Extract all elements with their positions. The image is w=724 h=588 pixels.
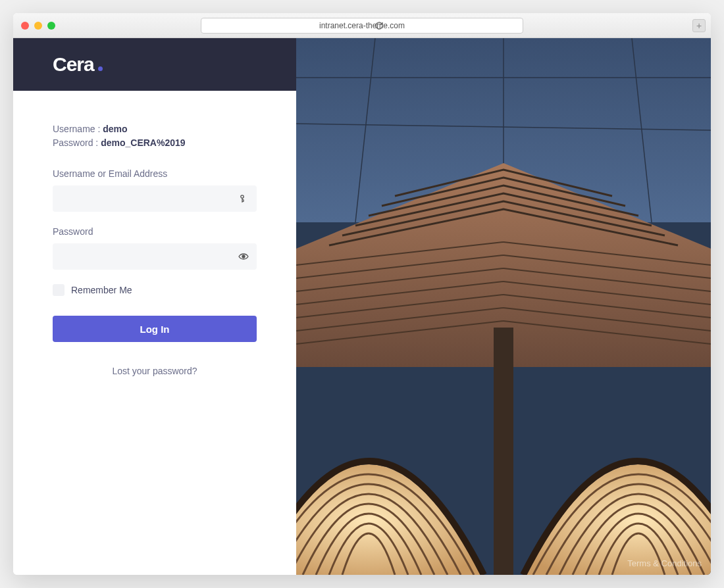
logo: Cera xyxy=(53,53,103,76)
logo-text: Cera xyxy=(53,53,94,75)
remember-me-label: Remember Me xyxy=(71,285,132,295)
login-panel: Cera Username : demo Password : demo_CER… xyxy=(13,38,296,575)
logo-header: Cera xyxy=(13,38,296,91)
eye-icon[interactable] xyxy=(238,251,249,262)
minimize-window-button[interactable] xyxy=(34,22,42,30)
maximize-window-button[interactable] xyxy=(47,22,55,30)
password-label: Password xyxy=(53,226,257,237)
password-input-wrap xyxy=(53,243,257,270)
terms-link[interactable]: Terms & Conditions xyxy=(627,558,702,568)
svg-point-0 xyxy=(241,195,244,198)
close-window-button[interactable] xyxy=(21,22,29,30)
window-controls xyxy=(21,22,55,30)
key-icon[interactable] xyxy=(238,193,249,204)
address-bar[interactable]: intranet.cera-theme.com xyxy=(201,18,523,34)
remember-me-checkbox[interactable] xyxy=(53,284,65,296)
logo-dot-icon xyxy=(98,66,103,71)
username-label: Username or Email Address xyxy=(53,168,257,179)
password-input[interactable] xyxy=(53,243,257,270)
hero-image: Terms & Conditions xyxy=(296,38,711,575)
reload-icon[interactable] xyxy=(374,20,384,31)
demo-credentials: Username : demo Password : demo_CERA%201… xyxy=(53,122,257,150)
username-input[interactable] xyxy=(53,185,257,212)
browser-toolbar: intranet.cera-theme.com + xyxy=(13,13,711,38)
new-tab-button[interactable]: + xyxy=(692,19,706,32)
demo-username-label: Username : xyxy=(53,124,103,134)
login-button[interactable]: Log In xyxy=(53,316,257,342)
url-text: intranet.cera-theme.com xyxy=(319,21,405,30)
login-form: Username : demo Password : demo_CERA%201… xyxy=(13,91,296,376)
username-input-wrap xyxy=(53,185,257,212)
svg-rect-22 xyxy=(494,328,513,575)
demo-password-label: Password : xyxy=(53,137,101,148)
lost-password-link[interactable]: Lost your password? xyxy=(53,366,257,376)
demo-username-value: demo xyxy=(103,124,127,134)
browser-window: intranet.cera-theme.com + Cera Username … xyxy=(13,13,711,575)
demo-password-value: demo_CERA%2019 xyxy=(101,137,185,148)
remember-me-row: Remember Me xyxy=(53,284,257,296)
page-content: Cera Username : demo Password : demo_CER… xyxy=(13,38,711,575)
svg-point-1 xyxy=(242,255,245,258)
